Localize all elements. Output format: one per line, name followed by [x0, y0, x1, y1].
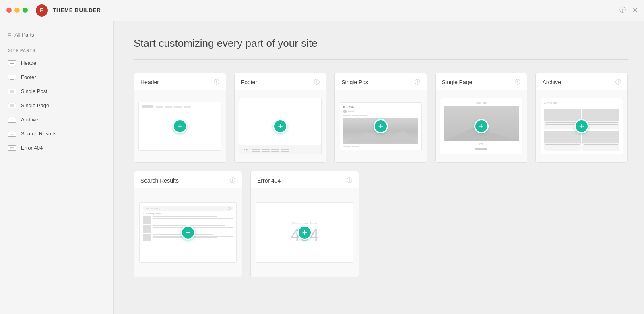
preview-search-result-1 — [143, 216, 233, 224]
add-error-404-button[interactable]: + — [297, 225, 312, 240]
card-header-bar: Archive ⓘ — [536, 73, 627, 90]
preview-post-title: Post Title — [343, 106, 419, 108]
add-archive-button[interactable]: + — [574, 119, 589, 133]
preview-archive-lines-3 — [544, 143, 581, 148]
preview-archive-img-3 — [544, 131, 581, 143]
sidebar-all-parts[interactable]: ≡ All Parts — [0, 27, 113, 42]
maximize-window-button[interactable] — [23, 8, 28, 13]
preview-page-cta: CTA — [444, 143, 519, 146]
add-footer-button[interactable]: + — [273, 119, 287, 133]
card-header-bar: Header ⓘ — [134, 73, 226, 90]
card-header-bar: Single Page ⓘ — [436, 73, 527, 90]
card-search-results[interactable]: Search Results ⓘ Search Anything 12 Matc… — [134, 171, 242, 277]
card-info-icon: ⓘ — [214, 79, 219, 86]
cards-row-1: Header ⓘ — [134, 73, 628, 163]
card-info-icon: ⓘ — [230, 177, 235, 184]
sidebar-item-footer[interactable]: Footer — [0, 70, 113, 84]
preview-logo — [142, 105, 153, 108]
header-icon — [8, 60, 16, 66]
card-preview-error-404: Page was not found 404 + — [251, 188, 359, 277]
preview-archive-card-4 — [582, 131, 619, 151]
close-window-button[interactable] — [6, 8, 12, 13]
card-info-icon: ⓘ — [314, 79, 320, 86]
preview-page-btn — [475, 148, 487, 150]
preview-search-thumb-3 — [143, 234, 151, 241]
card-footer[interactable]: Footer ⓘ Logo — [234, 73, 327, 163]
sidebar-item-label: Error 404 — [21, 145, 43, 151]
sidebar-item-single-post[interactable]: Single Post — [0, 84, 113, 98]
sidebar-item-error-404[interactable]: 404 Error 404 — [0, 141, 113, 155]
card-preview-search-results: Search Anything 12 Matching Results — [134, 188, 242, 277]
card-header-bar: Error 404 ⓘ — [251, 171, 359, 188]
preview-page-title: Page Title — [444, 102, 519, 104]
preview-nav — [156, 106, 191, 108]
card-title: Archive — [542, 79, 561, 85]
sidebar-item-single-page[interactable]: Single Page — [0, 98, 113, 112]
hamburger-icon: ≡ — [8, 31, 11, 38]
card-title: Single Page — [442, 79, 473, 85]
all-parts-label: All Parts — [14, 32, 34, 38]
add-single-page-button[interactable]: + — [474, 119, 489, 133]
app-title: THEME BUILDER — [53, 7, 101, 13]
preview-search-thumb-1 — [143, 216, 151, 224]
minimize-window-button[interactable] — [14, 8, 20, 13]
card-title: Single Post — [341, 79, 370, 85]
card-title: Header — [140, 79, 159, 85]
archive-icon — [8, 117, 16, 123]
preview-author-name: Author — [348, 110, 354, 113]
card-single-post[interactable]: Single Post ⓘ Post Title Author — [334, 73, 427, 163]
card-preview-header: + — [134, 90, 226, 162]
preview-archive-card-3 — [544, 131, 581, 151]
single-post-icon — [8, 89, 16, 94]
info-icon[interactable]: ⓘ — [619, 6, 626, 15]
titlebar: E THEME BUILDER ⓘ ✕ — [0, 0, 644, 21]
sidebar-item-label: Single Post — [21, 88, 47, 94]
sidebar-item-label: Search Results — [21, 131, 56, 137]
cards-row-2: Search Results ⓘ Search Anything 12 Matc… — [134, 171, 359, 277]
card-single-page[interactable]: Single Page ⓘ Page Title CTA + — [435, 73, 528, 163]
sidebar-item-archive[interactable]: Archive — [0, 112, 113, 127]
card-error-404[interactable]: Error 404 ⓘ Page was not found 404 + — [250, 171, 359, 277]
sidebar-item-search-results[interactable]: Search Results — [0, 127, 113, 141]
sidebar-item-header[interactable]: Header — [0, 56, 113, 70]
sidebar-item-label: Footer — [21, 74, 36, 80]
sidebar: ≡ All Parts SITE PARTS Header Footer Sin… — [0, 21, 114, 314]
preview-search-bar: Search Anything — [143, 206, 233, 211]
preview-search-count: 12 Matching Results — [143, 212, 233, 215]
preview-archive-lines-4 — [582, 143, 619, 148]
preview-error-msg: Page was not found — [292, 222, 317, 225]
add-single-post-button[interactable]: + — [374, 119, 388, 133]
card-preview-single-post: Post Title Author — [335, 90, 427, 162]
card-title: Footer — [241, 79, 257, 85]
preview-archive-img-2 — [582, 109, 619, 121]
card-info-icon: ⓘ — [347, 177, 352, 184]
preview-archive-img-1 — [544, 109, 581, 121]
preview-footer-cols — [252, 148, 289, 152]
page-title: Start customizing every part of your sit… — [134, 37, 628, 50]
preview-post-lines — [343, 115, 419, 116]
preview-archive-img-4 — [582, 131, 619, 143]
preview-archive-title: Archive Title — [544, 102, 619, 107]
preview-footer-logo: Logo — [243, 148, 248, 151]
card-info-icon: ⓘ — [415, 79, 420, 86]
card-header[interactable]: Header ⓘ — [134, 73, 226, 163]
preview-search-icon — [228, 207, 231, 210]
close-icon[interactable]: ✕ — [632, 6, 638, 14]
card-title: Error 404 — [257, 177, 281, 184]
card-preview-archive: Archive Title — [536, 90, 627, 162]
sidebar-item-label: Single Page — [21, 102, 49, 108]
card-archive[interactable]: Archive ⓘ Archive Title — [535, 73, 628, 163]
footer-icon — [8, 75, 16, 80]
titlebar-actions: ⓘ ✕ — [619, 6, 638, 15]
preview-post-lines2 — [343, 146, 419, 147]
content-divider — [134, 59, 628, 60]
preview-search-thumb-2 — [143, 225, 151, 233]
app-logo: E — [36, 4, 48, 17]
card-header-bar: Footer ⓘ — [235, 73, 326, 90]
error-404-icon: 404 — [8, 145, 16, 151]
preview-author-avatar — [343, 110, 347, 113]
add-header-button[interactable]: + — [173, 119, 187, 133]
card-title: Search Results — [140, 177, 179, 184]
single-page-icon — [8, 103, 16, 108]
add-search-results-button[interactable]: + — [181, 225, 195, 240]
